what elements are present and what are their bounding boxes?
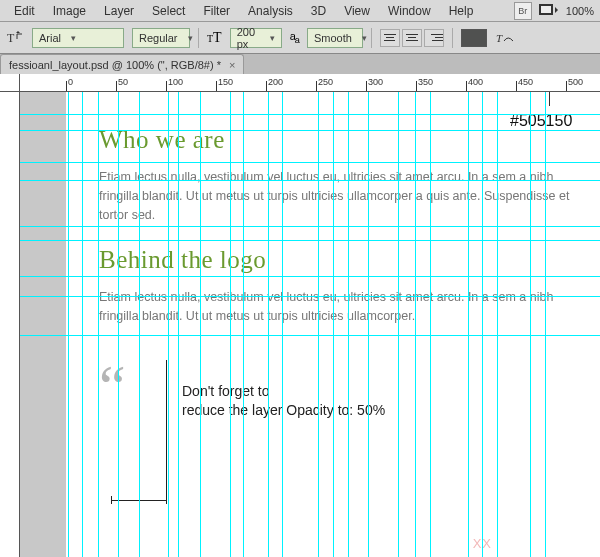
screen-mode-icon[interactable]: [538, 3, 560, 19]
canvas-area: 0 50 100 150 200 250 300 350 400 450 500…: [0, 74, 600, 557]
font-style-value: Regular: [139, 32, 178, 44]
separator: [371, 28, 372, 48]
ruler-tick: 300: [368, 77, 383, 87]
canvas[interactable]: Who we are Etiam lectus nulla, vestibulu…: [20, 92, 600, 557]
ruler-origin[interactable]: [0, 74, 20, 92]
ruler-horizontal[interactable]: 0 50 100 150 200 250 300 350 400 450 500: [20, 74, 600, 92]
chevron-down-icon: ▾: [270, 33, 275, 43]
ruler-tick: 100: [168, 77, 183, 87]
ruler-tick: 400: [468, 77, 483, 87]
menu-image[interactable]: Image: [45, 2, 94, 20]
menu-view[interactable]: View: [336, 2, 378, 20]
ruler-tick: 450: [518, 77, 533, 87]
ruler-tick: 200: [268, 77, 283, 87]
document-tab-title: fessioanl_layout.psd @ 100% (", RGB/8#) …: [9, 59, 221, 71]
warp-text-icon[interactable]: T: [495, 29, 515, 47]
ruler-tick: 50: [118, 77, 128, 87]
chevron-down-icon: ▾: [71, 33, 76, 43]
align-center-button[interactable]: [402, 29, 422, 47]
ruler-tick: 350: [418, 77, 433, 87]
guide-horizontal[interactable]: [20, 240, 600, 241]
annotation-text: Don't forget to: [182, 382, 385, 401]
menu-3d[interactable]: 3D: [303, 2, 334, 20]
guide-horizontal[interactable]: [20, 130, 600, 131]
text-color-swatch[interactable]: [461, 29, 487, 47]
guide-horizontal[interactable]: [20, 114, 600, 115]
font-style-select[interactable]: Regular ▾: [132, 28, 190, 48]
annotation-line: [166, 360, 167, 500]
text-orientation-icon[interactable]: T: [6, 29, 24, 47]
menu-edit[interactable]: Edit: [6, 2, 43, 20]
font-size-icon: TT: [207, 30, 222, 46]
align-group: [380, 29, 444, 47]
align-right-button[interactable]: [424, 29, 444, 47]
annotation-line: [549, 92, 550, 106]
guide-horizontal[interactable]: [20, 335, 600, 336]
antialias-select[interactable]: Smooth ▾: [307, 28, 363, 48]
menu-window[interactable]: Window: [380, 2, 439, 20]
menu-select[interactable]: Select: [144, 2, 193, 20]
watermark-line: PS 教程论坛: [423, 518, 530, 536]
heading-2: Behind the logo: [99, 246, 580, 274]
menu-filter[interactable]: Filter: [195, 2, 238, 20]
guide-horizontal[interactable]: [20, 276, 600, 277]
svg-text:T: T: [7, 31, 15, 45]
font-family-select[interactable]: Arial ▾: [32, 28, 124, 48]
close-icon[interactable]: ×: [229, 59, 235, 71]
guide-horizontal[interactable]: [20, 226, 600, 227]
annotation-line: [166, 496, 167, 504]
svg-rect-1: [541, 6, 551, 13]
font-size-value: 200 px: [237, 26, 260, 50]
separator: [198, 28, 199, 48]
ruler-tick: 150: [218, 77, 233, 87]
font-family-value: Arial: [39, 32, 61, 44]
type-options-bar: T Arial ▾ Regular ▾ TT 200 px ▾ aa Smoot…: [0, 22, 600, 54]
ruler-tick: 250: [318, 77, 333, 87]
paragraph-2: Etiam lectus nulla, vestibulum vel luctu…: [99, 288, 580, 326]
menu-layer[interactable]: Layer: [96, 2, 142, 20]
menu-analysis[interactable]: Analysis: [240, 2, 301, 20]
document-tab[interactable]: fessioanl_layout.psd @ 100% (", RGB/8#) …: [0, 54, 244, 74]
antialias-value: Smooth: [314, 32, 352, 44]
watermark: PS 教程论坛 BBS.16XX.COM: [423, 518, 530, 551]
guide-horizontal[interactable]: [20, 296, 600, 297]
chevron-down-icon: ▾: [188, 33, 193, 43]
menu-help[interactable]: Help: [441, 2, 482, 20]
ruler-tick: 0: [68, 77, 73, 87]
antialias-icon: aa: [290, 30, 299, 45]
guide-horizontal[interactable]: [20, 162, 600, 163]
ruler-vertical[interactable]: [0, 92, 20, 557]
separator: [452, 28, 453, 48]
document-tab-bar: fessioanl_layout.psd @ 100% (", RGB/8#) …: [0, 54, 600, 74]
align-left-button[interactable]: [380, 29, 400, 47]
menu-bar: Edit Image Layer Select Filter Analysis …: [0, 0, 600, 22]
opacity-annotation: Don't forget to reduce the layer Opacity…: [182, 382, 385, 420]
annotation-text: reduce the layer Opacity to: 50%: [182, 401, 385, 420]
annotation-line: [111, 496, 112, 504]
paragraph-1: Etiam lectus nulla, vestibulum vel luctu…: [99, 168, 580, 224]
ruler-tick: 500: [568, 77, 583, 87]
svg-text:T: T: [496, 32, 503, 44]
zoom-display: 100%: [566, 5, 594, 17]
bridge-icon[interactable]: Br: [514, 2, 532, 20]
font-size-select[interactable]: 200 px ▾: [230, 28, 282, 48]
watermark-line: BBS.16XX.COM: [423, 536, 530, 551]
chevron-down-icon: ▾: [362, 33, 367, 43]
guide-horizontal[interactable]: [20, 180, 600, 181]
